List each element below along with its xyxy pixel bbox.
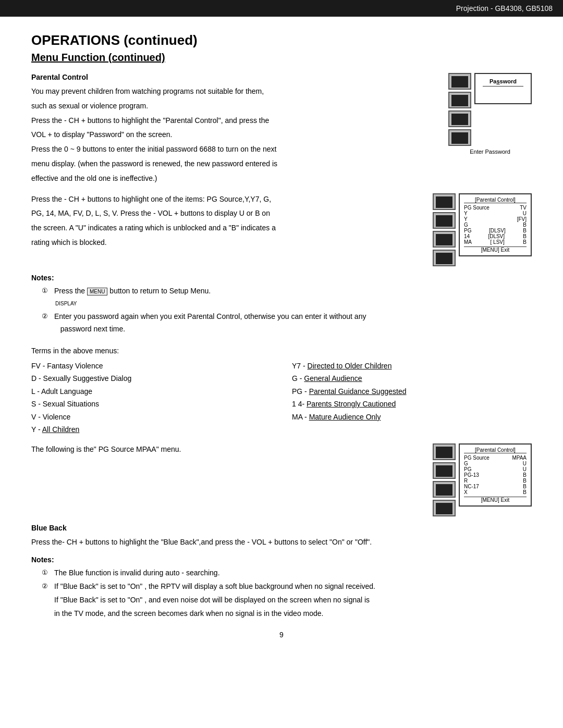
term-v: V - Violence xyxy=(31,411,271,424)
password-screen-panel: Password Enter Password xyxy=(448,73,532,155)
note2-circle-2: ② xyxy=(42,581,51,593)
para-10: the screen. A "U" indicates a rating whi… xyxy=(31,222,417,235)
header-bar: Projection - GB4308, GB5108 xyxy=(0,0,563,17)
note2-item-4: in the TV mode, and the screen becomes d… xyxy=(42,608,532,620)
term-y-underline: All Children xyxy=(42,425,80,434)
term-14: 1 4- Parents Strongly Cautioned xyxy=(292,398,532,411)
pc-screen-footer: [MENU] Exit xyxy=(464,246,527,253)
tv-icons-mpaa xyxy=(433,443,456,516)
pc-row-0: PG SourceTV xyxy=(464,205,527,211)
note-circle-2: ② xyxy=(42,311,51,336)
password-caption: Enter Password xyxy=(448,149,532,155)
note2-circle-4 xyxy=(42,608,51,620)
pc-row-3: GB xyxy=(464,222,527,228)
note2-text-4: in the TV mode, and the screen becomes d… xyxy=(54,608,324,620)
tv-icon-9 xyxy=(433,443,456,460)
password-input-area xyxy=(483,90,523,99)
mpaa-screen-title: [Parental Control] xyxy=(464,447,527,453)
pg-source-para: The following is the" PG Source MPAA" me… xyxy=(31,443,417,456)
pc-row-6: MA[ LSV]B xyxy=(464,239,527,245)
term-fv: FV - Fantasy Violence xyxy=(31,360,271,373)
term-y: Y - All Children xyxy=(31,423,271,436)
para-7: effective and the old one is ineffective… xyxy=(31,172,433,185)
term-ma-underline: Mature Audience Only xyxy=(309,413,381,421)
parental-control-text: Parental Control You may prevent childre… xyxy=(31,73,433,187)
terms-intro: Terms in the above menus: xyxy=(31,345,532,357)
note2-text-1: The Blue function is invalid during auto… xyxy=(54,567,220,579)
note2-text-2: If "Blue Back" is set to "On" , the RPTV… xyxy=(54,581,375,593)
page-main-title: OPERATIONS (continued) xyxy=(31,32,532,48)
para-8: Press the - CH + buttons to highlight on… xyxy=(31,193,417,206)
note-text-1: Press the MENU button to return to Setup… xyxy=(54,285,211,310)
pc-row-5: 14[DLSV]B xyxy=(464,233,527,239)
note2-circle-3 xyxy=(42,594,51,607)
tv-icon-1 xyxy=(448,73,471,90)
para-3: Press the - CH + buttons to highlight th… xyxy=(31,115,433,127)
header-title: Projection - GB4308, GB5108 xyxy=(456,4,553,13)
para-5: Press the 0 ~ 9 buttons to enter the ini… xyxy=(31,143,433,156)
pc-screen-title: [Parental Control] xyxy=(464,197,527,203)
term-y7-underline: Directed to Older Children xyxy=(308,362,392,370)
mpaa-row-4: RB xyxy=(464,478,527,484)
mpaa-row-6: XB xyxy=(464,489,527,495)
mpaa-row-0: PG SourceMPAA xyxy=(464,455,527,461)
term-g-underline: General Audience xyxy=(304,374,362,382)
password-screen-title: Password xyxy=(483,78,523,87)
pg-source-text: The following is the" PG Source MPAA" me… xyxy=(31,443,417,458)
term-d: D - Sexually Suggestive Dialog xyxy=(31,372,271,385)
tv-icons-left xyxy=(448,73,471,146)
parental-control-section: Parental Control You may prevent childre… xyxy=(31,73,532,187)
term-ma: MA - Mature Audience Only xyxy=(292,411,532,424)
para-1: You may prevent children from watching p… xyxy=(31,85,433,98)
tv-icon-5 xyxy=(433,193,456,210)
mpaa-screen-footer: [MENU] Exit xyxy=(464,497,527,503)
para-11: rating which is blocked. xyxy=(31,237,417,249)
para-2: such as sexual or violence program. xyxy=(31,100,433,113)
pg-source-section: The following is the" PG Source MPAA" me… xyxy=(31,443,532,516)
pc-row-4: PG[DLSV]B xyxy=(464,228,527,233)
main-content: OPERATIONS (continued) Menu Function (co… xyxy=(0,17,563,660)
note2-item-2: ② If "Blue Back" is set to "On" , the RP… xyxy=(42,581,532,593)
page-sub-title: Menu Function (continued) xyxy=(31,52,532,64)
note-item-1: ① Press the MENU button to return to Set… xyxy=(42,285,532,310)
term-g: G - General Audience xyxy=(292,372,532,385)
terms-section: Terms in the above menus: FV - Fantasy V… xyxy=(31,345,532,436)
term-pg-underline: Parental Guidance Suggested xyxy=(309,387,407,396)
note-circle-1: ① xyxy=(42,285,51,310)
parental-control-title: Parental Control xyxy=(31,73,433,81)
notes-title-2: Notes: xyxy=(31,556,532,564)
terms-grid: FV - Fantasy Violence D - Sexually Sugge… xyxy=(31,360,532,436)
note-item-2: ② Enter you password again when you exit… xyxy=(42,311,532,336)
blue-back-text: Press the- CH + buttons to highlight the… xyxy=(31,536,532,549)
mpaa-row-3: PG-13B xyxy=(464,472,527,478)
tv-icon-2 xyxy=(448,92,471,108)
notes-section-2: Notes: ① The Blue function is invalid du… xyxy=(31,556,532,620)
term-s: S - Sexual Situations xyxy=(31,398,271,411)
tv-icon-7 xyxy=(433,231,456,248)
note2-circle-1: ① xyxy=(42,567,51,579)
note2-text-3: If "Blue Back" is set to "On" , and even… xyxy=(54,594,370,607)
page-number: 9 xyxy=(31,631,532,639)
note2-item-1: ① The Blue function is invalid during au… xyxy=(42,567,532,579)
tv-icon-11 xyxy=(433,481,456,498)
tv-icon-10 xyxy=(433,462,456,479)
term-pg: PG - Parental Guidance Suggested xyxy=(292,385,532,398)
mpaa-screen-panel: [Parental Control] PG SourceMPAA GU PGU … xyxy=(433,443,532,516)
tv-icons-left-2 xyxy=(433,193,456,266)
note2-item-3: If "Blue Back" is set to "On" , and even… xyxy=(42,594,532,607)
mpaa-row-5: NC-17B xyxy=(464,484,527,489)
password-screen: Password xyxy=(474,73,532,104)
tv-icon-12 xyxy=(433,500,456,516)
note-text-2: Enter you password again when you exit P… xyxy=(54,311,366,336)
parental-control-text-2: Press the - CH + buttons to highlight on… xyxy=(31,193,417,251)
notes-section-1: Notes: ① Press the MENU button to return… xyxy=(31,274,532,336)
tv-icon-3 xyxy=(448,110,471,127)
para-6: menu display. (when the password is rene… xyxy=(31,158,433,170)
terms-left: FV - Fantasy Violence D - Sexually Sugge… xyxy=(31,360,271,436)
mpaa-screen: [Parental Control] PG SourceMPAA GU PGU … xyxy=(459,443,532,507)
parental-control-section-2: Press the - CH + buttons to highlight on… xyxy=(31,193,532,266)
blue-back-section: Blue Back Press the- CH + buttons to hig… xyxy=(31,524,532,549)
parental-control-screen: [Parental Control] PG SourceTV YU Y[FV] … xyxy=(459,193,532,256)
pc-row-2: Y[FV] xyxy=(464,216,527,222)
mpaa-row-2: PGU xyxy=(464,466,527,472)
